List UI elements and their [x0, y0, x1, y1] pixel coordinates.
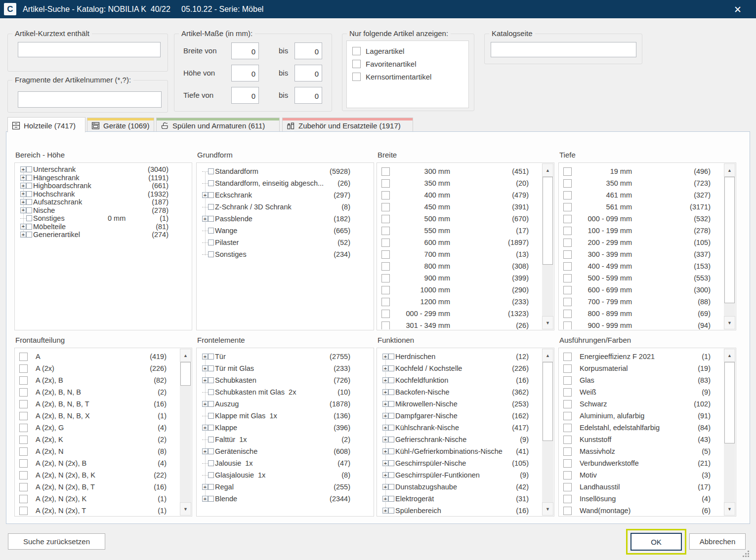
- list-item[interactable]: Kunststoff(43): [559, 434, 735, 445]
- fragmente-input[interactable]: [18, 91, 162, 108]
- list-item[interactable]: Korpusmaterial(19): [559, 362, 735, 374]
- checkbox[interactable]: [563, 239, 572, 247]
- list-item[interactable]: +Kochfeldfunktion(16): [378, 374, 553, 386]
- breite-von-input[interactable]: [231, 42, 259, 59]
- list-item[interactable]: +Nische(278): [15, 206, 191, 215]
- checkbox[interactable]: [563, 227, 572, 235]
- list-item[interactable]: +Dunstabzugshaube(42): [378, 481, 553, 493]
- scroll-up-button[interactable]: ▲: [724, 163, 735, 177]
- checkbox[interactable]: [563, 424, 572, 432]
- list-item[interactable]: +Spülenbereich(16): [378, 505, 553, 516]
- checkbox[interactable]: [563, 400, 572, 408]
- checkbox[interactable]: [19, 447, 28, 456]
- scroll-up-button[interactable]: ▲: [542, 349, 553, 362]
- checkbox[interactable]: [26, 191, 32, 197]
- checkbox[interactable]: [563, 436, 572, 444]
- checkbox[interactable]: [563, 412, 572, 420]
- checkbox[interactable]: [381, 321, 390, 330]
- expand-icon[interactable]: +: [382, 496, 388, 502]
- checkbox[interactable]: [19, 364, 28, 373]
- expand-icon[interactable]: +: [20, 175, 26, 181]
- list-item[interactable]: A (2x)(226): [15, 362, 191, 374]
- checkbox[interactable]: [563, 471, 572, 480]
- list-item[interactable]: +Kochfeld / Kochstelle(226): [378, 362, 553, 374]
- checkbox[interactable]: [208, 401, 214, 407]
- checkbox[interactable]: [208, 354, 214, 360]
- checkbox[interactable]: [19, 483, 28, 491]
- checkbox[interactable]: [208, 228, 214, 234]
- checkbox[interactable]: [563, 447, 572, 456]
- list-item[interactable]: 301 - 349 mm(26): [378, 320, 553, 329]
- list-item[interactable]: 900 mm(399): [378, 272, 553, 284]
- list-item[interactable]: A (2x), N (2x), B, K(22): [15, 469, 191, 481]
- expand-icon[interactable]: +: [382, 460, 388, 466]
- list-item[interactable]: Glasjalousie 1x(8): [197, 469, 373, 481]
- checkbox[interactable]: [563, 286, 572, 294]
- list-item[interactable]: 000 - 299 mm(1323): [378, 308, 553, 320]
- list-item[interactable]: 700 mm(13): [378, 248, 553, 260]
- checkbox[interactable]: [563, 388, 572, 397]
- checkbox[interactable]: [388, 437, 394, 442]
- list-item[interactable]: 300 mm(451): [378, 165, 553, 177]
- checkbox[interactable]: [19, 412, 28, 420]
- checkbox[interactable]: [381, 179, 390, 188]
- hoehe-bis-input[interactable]: [294, 65, 322, 81]
- list-item[interactable]: Wand(montage)(6): [559, 505, 735, 516]
- expand-icon[interactable]: +: [382, 389, 388, 395]
- list-item[interactable]: A (2x), B(82): [15, 374, 191, 386]
- list-item[interactable]: A (2x), K(2): [15, 434, 191, 445]
- list-item[interactable]: 400 - 499 mm(153): [559, 260, 735, 272]
- expand-icon[interactable]: +: [202, 496, 208, 502]
- expand-icon[interactable]: +: [382, 437, 388, 442]
- list-item[interactable]: 1000 mm(290): [378, 284, 553, 296]
- list-item[interactable]: +Highboardschrank(661): [15, 182, 191, 190]
- tab-geraete[interactable]: Geräte (1069): [87, 118, 154, 131]
- tiefe-von-input[interactable]: [231, 87, 259, 104]
- tab-holzteile[interactable]: Holzteile (7417): [7, 117, 85, 132]
- scroll-down-button[interactable]: ▼: [724, 316, 735, 329]
- expand-icon[interactable]: +: [202, 448, 208, 454]
- list-item[interactable]: Schwarz(102): [559, 398, 735, 410]
- checkbox[interactable]: [208, 448, 214, 454]
- list-item[interactable]: +Möbelteile(81): [15, 223, 191, 231]
- list-item[interactable]: Standardform, einseitig abgesch...(26): [197, 177, 373, 189]
- checkbox[interactable]: [388, 508, 394, 514]
- list-item[interactable]: Sonstiges0 mm(1): [15, 214, 191, 223]
- list-item[interactable]: Klappe mit Glas 1x(136): [197, 410, 373, 422]
- checkbox[interactable]: [26, 215, 32, 221]
- list-item[interactable]: Aluminium, alufarbig(91): [559, 410, 735, 422]
- list-item[interactable]: 500 - 599 mm(553): [559, 272, 735, 284]
- checkbox[interactable]: [208, 365, 214, 371]
- checkbox[interactable]: [208, 472, 214, 478]
- scrollbar[interactable]: ▲▼: [180, 349, 191, 516]
- list-item[interactable]: A (2x), G(4): [15, 422, 191, 434]
- list-item[interactable]: +Klappe(396): [197, 422, 373, 434]
- scroll-thumb[interactable]: [543, 362, 553, 441]
- expand-icon[interactable]: +: [382, 472, 388, 478]
- checkbox[interactable]: [381, 310, 390, 318]
- hoehe-von-input[interactable]: [231, 65, 259, 81]
- resize-grip-icon[interactable]: [743, 551, 750, 560]
- checkbox[interactable]: [208, 216, 214, 222]
- list-item[interactable]: +Gefrierschrank-Nische(9): [378, 434, 553, 445]
- scrollbar[interactable]: ▲▼: [542, 163, 553, 329]
- scroll-down-button[interactable]: ▼: [180, 502, 191, 516]
- lagerartikel-checkbox[interactable]: [352, 47, 361, 55]
- kernsortimentartikel-checkbox[interactable]: [352, 73, 361, 81]
- checkbox[interactable]: [388, 354, 394, 360]
- checkbox[interactable]: [19, 507, 28, 515]
- list-item[interactable]: +Kühl-/Gefrierkombinations-Nische(41): [378, 445, 553, 457]
- checkbox[interactable]: [208, 496, 214, 502]
- list-item[interactable]: +Dampfgarer-Nische(162): [378, 410, 553, 422]
- expand-icon[interactable]: +: [382, 508, 388, 514]
- list-item[interactable]: A (2x), N (2x), K(1): [15, 493, 191, 505]
- scroll-thumb[interactable]: [724, 362, 735, 443]
- checkbox[interactable]: [388, 448, 394, 454]
- expand-icon[interactable]: +: [20, 232, 26, 238]
- checkbox[interactable]: [563, 274, 572, 282]
- checkbox[interactable]: [563, 179, 572, 188]
- ok-button[interactable]: OK: [630, 533, 682, 551]
- checkbox-row-kernsortimentartikel[interactable]: Kernsortimentartikel: [347, 70, 468, 83]
- expand-icon[interactable]: +: [20, 224, 26, 230]
- checkbox[interactable]: [19, 388, 28, 397]
